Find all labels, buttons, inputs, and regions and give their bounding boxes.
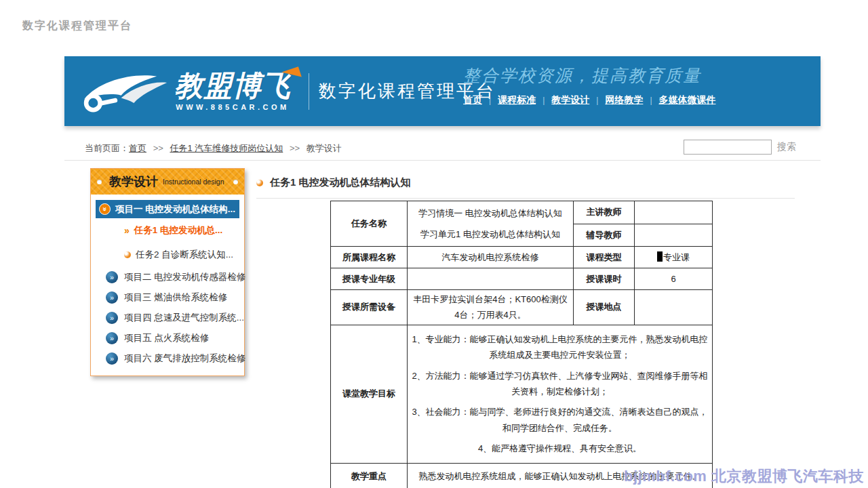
chevron-right-circle-icon: » [106, 271, 118, 283]
car-wrench-icon [77, 66, 178, 117]
sidebar-item-label: 任务1 电控发动机总... [134, 224, 223, 237]
dot-icon [97, 180, 102, 184]
goal-item: 1、专业能力：能够正确认知发动机上电控系统的主要元件，熟悉发动机电控系统组成及主… [412, 331, 708, 363]
page-title: 任务1 电控发动机总体结构认知 [270, 176, 411, 189]
goals-label: 课堂教学目标 [331, 325, 408, 463]
course-type-label: 课程类型 [574, 247, 635, 268]
breadcrumb-link-task[interactable]: 任务1 汽车维修技师岗位认知 [170, 143, 283, 153]
nav-separator: | [542, 96, 545, 105]
dot-icon [233, 180, 238, 184]
search-button[interactable]: 搜索 [777, 141, 796, 153]
nav-item-home[interactable]: 首页 [463, 94, 482, 106]
sidebar-item-project5[interactable]: » 项目五 点火系统检修 [96, 328, 239, 348]
page-title-row: 任务1 电控发动机总体结构认知 [256, 176, 795, 199]
logo-url: WWW.885CAR.COM [174, 103, 291, 111]
sidebar-item-label: 任务2 自诊断系统认知... [136, 249, 233, 261]
goal-item: 2、方法能力：能够通过学习仿真软件、上汽修专业网站、查阅维修手册等相关资料，制定… [412, 368, 708, 400]
logo-text: 教盟博飞 WWW.885CAR.COM [174, 72, 291, 111]
breadcrumb-bar: 当前页面：首页 >> 任务1 汽车维修技师岗位认知 >> 教学设计 搜索 [64, 136, 821, 161]
sidebar-item-label: 项目四 怠速及进气控制系统... [124, 312, 244, 324]
search-input[interactable] [684, 140, 772, 155]
sidebar-item-project1[interactable]: » 项目一 电控发动机总体结构... [96, 200, 239, 218]
text-cursor-block [657, 251, 663, 262]
chevron-right-circle-icon: » [106, 352, 118, 365]
nav-item-multimedia-courseware[interactable]: 多媒体微课件 [659, 94, 716, 106]
breadcrumb-link-home[interactable]: 首页 [129, 143, 146, 153]
hours-label: 授课课时 [574, 268, 635, 290]
header-banner: 教盟博飞 WWW.885CAR.COM 数字化课程管理平台 整合学校资源，提高教… [64, 56, 821, 126]
main-nav: 首页 | 课程标准 | 教学设计 | 网络教学 | 多媒体微课件 [463, 94, 816, 106]
sidebar-item-label: 项目一 电控发动机总体结构... [115, 203, 235, 216]
chevron-down-circle-icon: » [99, 203, 111, 215]
nav-separator: | [489, 96, 491, 105]
nav-item-online-teaching[interactable]: 网络教学 [605, 94, 643, 106]
equipment-label: 授课所需设备 [331, 290, 408, 325]
goals-value: 1、专业能力：能够正确认知发动机上电控系统的主要元件，熟悉发动机电控系统组成及主… [408, 325, 713, 463]
goal-item: 4、能严格遵守操作规程、具有安全意识。 [412, 441, 708, 456]
breadcrumb: 当前页面：首页 >> 任务1 汽车维修技师岗位认知 >> 教学设计 [85, 142, 342, 155]
breadcrumb-current: 教学设计 [307, 143, 342, 153]
sidebar: 教学设计 Instructional design » 项目一 电控发动机总体结… [90, 168, 245, 376]
task-name-value: 学习情境一 电控发动机总体结构认知 学习单元1 电控发动机总体结构认知 [408, 201, 574, 247]
sidebar-item-label: 项目三 燃油供给系统检修 [124, 291, 227, 304]
sidebar-list: » 项目一 电控发动机总体结构... » 任务1 电控发动机总... 任务2 自… [91, 195, 244, 369]
assist-teacher-value [635, 224, 713, 247]
table-row: 所属课程名称 汽车发动机电控系统检修 课程类型 专业课 [331, 247, 713, 268]
logo-name: 教盟博飞 [174, 72, 291, 100]
hours-value: 6 [635, 268, 713, 290]
sidebar-item-project4[interactable]: » 项目四 怠速及进气控制系统... [96, 308, 239, 328]
sidebar-item-project2[interactable]: » 项目二 电控发动机传感器检修 [96, 267, 239, 287]
course-name-value: 汽车发动机电控系统检修 [408, 247, 574, 268]
breadcrumb-prefix: 当前页面： [85, 143, 129, 153]
site-logo[interactable]: 教盟博飞 WWW.885CAR.COM [77, 66, 291, 117]
chevron-right-circle-icon: » [106, 312, 118, 324]
course-name-label: 所属课程名称 [331, 247, 408, 268]
equipment-value: 丰田卡罗拉实训台架4台；KT600检测仪4台；万用表4只。 [408, 290, 574, 325]
orange-dot-icon [256, 180, 263, 186]
goal-item: 3、社会能力：能与同学、老师进行良好的沟通交流、清晰表达自己的观点，和同学团结合… [412, 404, 708, 436]
search-box: 搜索 [684, 140, 796, 155]
grade-value [408, 268, 574, 290]
breadcrumb-separator: >> [290, 143, 300, 153]
course-type-value: 专业课 [635, 247, 713, 268]
nav-item-course-standard[interactable]: 课程标准 [498, 94, 536, 106]
watermark: bjjmbf.com 北京教盟博飞汽车科技 [624, 466, 864, 487]
sidebar-subitem-task1[interactable]: » 任务1 电控发动机总... [96, 218, 239, 243]
task-name-label: 任务名称 [331, 201, 408, 247]
sidebar-header: 教学设计 Instructional design [91, 169, 244, 195]
table-row: 任务名称 学习情境一 电控发动机总体结构认知 学习单元1 电控发动机总体结构认知… [331, 201, 713, 224]
chevron-right-icon: » [124, 225, 130, 236]
page-corner-title: 数字化课程管理平台 [22, 19, 132, 33]
key-points-label: 教学重点 [331, 463, 408, 488]
assist-teacher-label: 辅导教师 [574, 224, 635, 247]
table-row: 课堂教学目标 1、专业能力：能够正确认知发动机上电控系统的主要元件，熟悉发动机电… [331, 325, 713, 463]
nav-separator: | [650, 96, 652, 105]
sidebar-title: 教学设计 [109, 174, 158, 190]
chevron-right-circle-icon: » [106, 291, 118, 304]
chevron-right-circle-icon: » [106, 332, 118, 344]
sidebar-subtitle: Instructional design [163, 178, 224, 186]
nav-item-instructional-design[interactable]: 教学设计 [551, 94, 589, 106]
sidebar-item-project3[interactable]: » 项目三 燃油供给系统检修 [96, 287, 239, 308]
lead-teacher-label: 主讲教师 [574, 201, 635, 224]
table-row: 授课所需设备 丰田卡罗拉实训台架4台；KT600检测仪4台；万用表4只。 授课地… [331, 290, 713, 325]
sidebar-subitem-task2[interactable]: 任务2 自诊断系统认知... [96, 243, 239, 267]
table-row: 授课专业年级 授课课时 6 [331, 268, 713, 290]
lesson-info-table: 任务名称 学习情境一 电控发动机总体结构认知 学习单元1 电控发动机总体结构认知… [330, 201, 713, 488]
banner-divider [309, 73, 309, 110]
sidebar-item-project6[interactable]: » 项目六 废气排放控制系统检修 [96, 348, 239, 369]
orange-dot-icon [124, 251, 131, 258]
banner-tagline: 整合学校资源，提高教育质量 [463, 64, 816, 87]
breadcrumb-separator: >> [153, 143, 163, 153]
lead-teacher-value [635, 201, 713, 224]
nav-separator: | [596, 96, 598, 105]
location-value [635, 290, 713, 325]
grade-label: 授课专业年级 [331, 268, 408, 290]
location-label: 授课地点 [574, 290, 635, 325]
sidebar-item-label: 项目二 电控发动机传感器检修 [124, 271, 245, 283]
logo-flame-accent-icon [281, 66, 302, 82]
sidebar-item-label: 项目六 废气排放控制系统检修 [124, 352, 245, 365]
sidebar-item-label: 项目五 点火系统检修 [124, 332, 209, 344]
